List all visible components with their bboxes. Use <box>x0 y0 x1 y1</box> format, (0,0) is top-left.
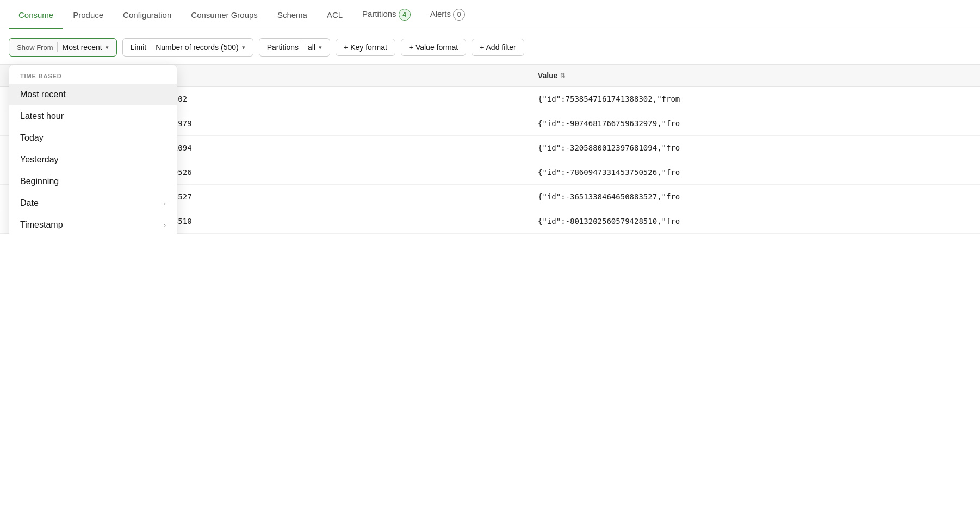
cell-value: {"id":-9074681766759632979,"fro <box>538 119 971 128</box>
toolbar: Show From Most recent ▾ Limit Number of … <box>0 30 980 65</box>
top-nav: ConsumeProduceConfigurationConsumer Grou… <box>0 0 980 30</box>
tab-produce[interactable]: Produce <box>63 2 113 29</box>
limit-label: Limit <box>131 43 147 52</box>
dropdown-item-label: Timestamp <box>20 220 63 230</box>
tab-alerts[interactable]: Alerts0 <box>420 0 475 30</box>
add-filter-button[interactable]: + Add filter <box>472 39 524 56</box>
chevron-down-icon: ▾ <box>319 44 322 51</box>
main-content: Key ⇅ Value ⇅ 7538547161741388302{"id":7… <box>0 65 980 234</box>
add-filter-label: + Add filter <box>480 43 516 52</box>
sort-icon-value: ⇅ <box>560 72 565 79</box>
time-based-section-label: TIME BASED <box>9 65 177 84</box>
cell-value: {"id":-8013202560579428510,"fro <box>538 217 971 225</box>
dropdown-item-label: Today <box>20 133 44 143</box>
divider <box>151 42 151 52</box>
tab-partitions-badge: 4 <box>399 9 411 21</box>
dropdown-item-label: Most recent <box>20 90 66 99</box>
tab-partitions[interactable]: Partitions4 <box>352 0 420 30</box>
tab-schema[interactable]: Schema <box>268 2 317 29</box>
dropdown-item-latest-hour[interactable]: Latest hour <box>9 105 177 127</box>
tab-acl[interactable]: ACL <box>317 2 352 29</box>
dropdown-item-label: Yesterday <box>20 155 59 165</box>
key-format-button[interactable]: + Key format <box>336 39 395 56</box>
dropdown-item-label: Date <box>20 198 39 208</box>
limit-value: Number of records (500) <box>156 43 239 52</box>
dropdown-item-beginning[interactable]: Beginning <box>9 171 177 192</box>
dropdown-item-today[interactable]: Today <box>9 127 177 149</box>
show-from-dropdown: TIME BASED Most recentLatest hourTodayYe… <box>9 65 177 234</box>
cell-value: {"id":-7860947331453750526,"fro <box>538 168 971 177</box>
cell-value: {"id":-3651338464650883527,"fro <box>538 192 971 201</box>
limit-button[interactable]: Limit Number of records (500) ▾ <box>122 38 253 57</box>
tab-consumer-groups[interactable]: Consumer Groups <box>181 2 268 29</box>
chevron-right-icon: › <box>164 221 166 229</box>
value-format-button[interactable]: + Value format <box>401 39 466 56</box>
dropdown-item-label: Latest hour <box>20 111 64 121</box>
dropdown-time-items: Most recentLatest hourTodayYesterdayBegi… <box>9 84 177 234</box>
value-format-label: + Value format <box>409 43 458 52</box>
cell-value: {"id":-3205880012397681094,"fro <box>538 143 971 152</box>
chevron-down-icon: ▾ <box>106 44 109 51</box>
partitions-value: all <box>308 43 315 52</box>
dropdown-item-label: Beginning <box>20 177 59 186</box>
dropdown-item-most-recent[interactable]: Most recent <box>9 84 177 105</box>
dropdown-item-date[interactable]: Date› <box>9 192 177 214</box>
divider <box>303 42 303 52</box>
show-from-value: Most recent <box>62 43 102 52</box>
dropdown-item-yesterday[interactable]: Yesterday <box>9 149 177 171</box>
dropdown-item-timestamp[interactable]: Timestamp› <box>9 214 177 234</box>
tab-consume[interactable]: Consume <box>9 2 63 29</box>
tab-alerts-badge: 0 <box>453 9 465 21</box>
partitions-button[interactable]: Partitions all ▾ <box>259 38 330 57</box>
key-format-label: + Key format <box>344 43 387 52</box>
col-header-value[interactable]: Value ⇅ <box>538 71 971 80</box>
chevron-down-icon: ▾ <box>242 44 245 51</box>
chevron-right-icon: › <box>164 199 166 208</box>
tab-configuration[interactable]: Configuration <box>113 2 181 29</box>
show-from-label: Show From <box>17 43 53 52</box>
partitions-label: Partitions <box>267 43 299 52</box>
divider <box>57 42 58 52</box>
show-from-button[interactable]: Show From Most recent ▾ <box>9 38 117 57</box>
col-value-label: Value <box>538 71 558 80</box>
cell-value: {"id":7538547161741388302,"from <box>538 95 971 103</box>
